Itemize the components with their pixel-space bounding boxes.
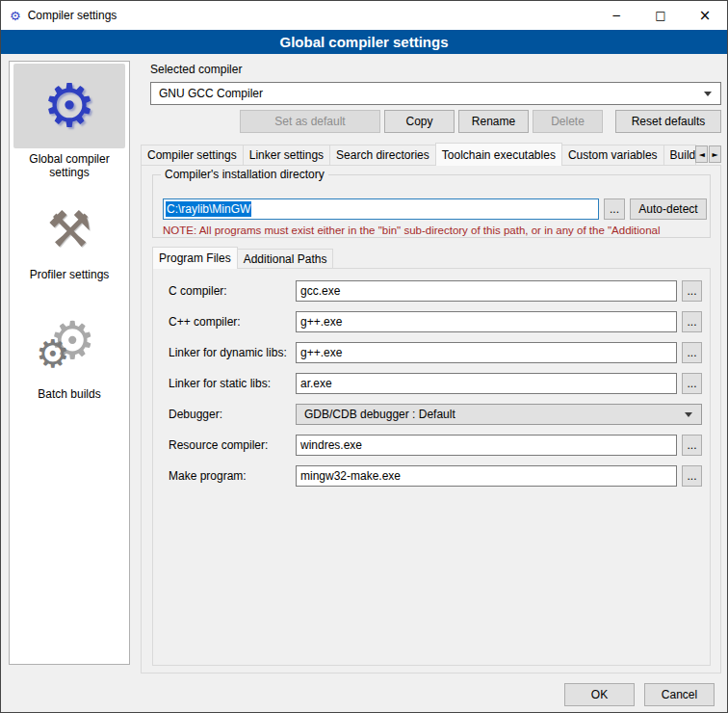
debugger-select[interactable]: GDB/CDB debugger : Default: [296, 404, 702, 425]
reset-defaults-button[interactable]: Reset defaults: [615, 110, 721, 133]
cpp-compiler-input[interactable]: [296, 311, 677, 332]
installation-directory-legend: Compiler's installation directory: [161, 168, 328, 181]
tab-linker-settings[interactable]: Linker settings: [243, 145, 330, 165]
resource-compiler-input[interactable]: [296, 435, 677, 456]
field-label: Make program:: [169, 469, 247, 483]
rename-button[interactable]: Rename: [458, 110, 529, 133]
hammer-icon-box: ⚒: [13, 195, 125, 264]
make-program-input[interactable]: [296, 465, 677, 487]
field-row-linker-dynamic: Linker for dynamic libs: ...: [153, 342, 710, 363]
set-as-default-button[interactable]: Set as default: [240, 110, 380, 133]
install-dir-value: C:\raylib\MinGW: [166, 201, 251, 217]
field-row-resource-compiler: Resource compiler: ...: [153, 435, 710, 456]
window-controls: − □ ×: [594, 1, 727, 30]
installation-directory-groupbox: Compiler's installation directory C:\ray…: [152, 174, 711, 238]
tab-build-options[interactable]: Build: [663, 145, 697, 165]
settings-category-sidebar: ⚙ Global compiler settings ⚒ Profiler se…: [9, 61, 130, 665]
bin-subdirectory-note: NOTE: All programs must exist either in …: [163, 224, 719, 236]
selected-compiler-label: Selected compiler: [150, 63, 242, 76]
field-row-c-compiler: C compiler: ...: [153, 280, 710, 302]
hammer-icon: ⚒: [47, 204, 92, 254]
settings-tab-bar: Compiler settings Linker settings Search…: [141, 143, 721, 166]
compiler-settings-window: ⚙ Compiler settings − □ × Global compile…: [0, 0, 728, 713]
sidebar-item-batch-builds[interactable]: ⚙ ⚙ Batch builds: [12, 314, 127, 401]
ok-button[interactable]: OK: [564, 683, 635, 706]
dialog-header-title: Global compiler settings: [1, 30, 727, 54]
field-row-linker-static: Linker for static libs: ...: [153, 373, 710, 394]
gear-blue-icon-box: ⚙: [13, 64, 125, 148]
tab-toolchain-executables[interactable]: Toolchain executables: [435, 143, 562, 166]
maximize-button[interactable]: □: [638, 1, 683, 30]
selected-compiler-dropdown[interactable]: GNU GCC Compiler: [150, 82, 721, 105]
field-row-debugger: Debugger: GDB/CDB debugger : Default: [153, 404, 710, 425]
delete-button[interactable]: Delete: [533, 110, 603, 133]
chevron-down-icon: [704, 92, 712, 96]
close-button[interactable]: ×: [683, 1, 727, 30]
gears-gray-icon-box: ⚙ ⚙: [13, 314, 125, 383]
tab-search-directories[interactable]: Search directories: [329, 145, 436, 165]
tab-compiler-settings[interactable]: Compiler settings: [141, 145, 244, 165]
gear-icon: ⚙: [42, 76, 96, 136]
tab-scroll-right-button[interactable]: ►: [709, 145, 721, 163]
browse-c-compiler-button[interactable]: ...: [682, 280, 702, 302]
install-dir-input[interactable]: C:\raylib\MinGW: [163, 198, 599, 220]
field-label: C compiler:: [169, 284, 227, 298]
sidebar-item-label: Batch builds: [25, 387, 114, 401]
cancel-button[interactable]: Cancel: [644, 683, 715, 706]
field-label: Linker for static libs:: [169, 377, 271, 390]
program-files-panel: C compiler: ... C++ compiler: ... Linker…: [152, 268, 711, 666]
linker-static-input[interactable]: [296, 373, 677, 394]
field-label: C++ compiler:: [169, 315, 241, 329]
browse-make-program-button[interactable]: ...: [682, 465, 702, 487]
browse-resource-compiler-button[interactable]: ...: [682, 435, 702, 456]
subtab-program-files[interactable]: Program Files: [152, 247, 238, 269]
field-label: Resource compiler:: [169, 438, 268, 452]
tab-scroll-left-button[interactable]: ◄: [695, 145, 708, 163]
field-row-cpp-compiler: C++ compiler: ...: [153, 311, 710, 332]
c-compiler-input[interactable]: [296, 280, 677, 302]
app-gear-icon: ⚙: [10, 10, 21, 22]
minimize-button[interactable]: −: [594, 1, 638, 30]
browse-install-dir-button[interactable]: ...: [604, 198, 625, 220]
window-title: Compiler settings: [28, 9, 117, 22]
browse-cpp-compiler-button[interactable]: ...: [682, 311, 702, 332]
browse-linker-dynamic-button[interactable]: ...: [682, 342, 702, 363]
compiler-actions-row: Set as default Copy Rename Delete Reset …: [150, 110, 721, 133]
sidebar-item-label: Global compiler settings: [25, 152, 114, 179]
copy-button[interactable]: Copy: [384, 110, 455, 133]
subtab-additional-paths[interactable]: Additional Paths: [237, 249, 334, 268]
field-row-make-program: Make program: ...: [153, 465, 710, 487]
auto-detect-button[interactable]: Auto-detect: [630, 198, 707, 220]
sidebar-item-global-compiler-settings[interactable]: ⚙ Global compiler settings: [12, 64, 127, 179]
program-files-tab-bar: Program Files Additional Paths: [152, 247, 332, 269]
debugger-value: GDB/CDB debugger : Default: [304, 408, 455, 421]
chevron-down-icon: [685, 412, 692, 417]
selected-compiler-value: GNU GCC Compiler: [159, 87, 263, 100]
linker-dynamic-input[interactable]: [296, 342, 677, 363]
tab-custom-variables[interactable]: Custom variables: [561, 145, 664, 165]
field-label: Debugger:: [169, 408, 222, 421]
sidebar-item-profiler-settings[interactable]: ⚒ Profiler settings: [12, 195, 127, 281]
field-label: Linker for dynamic libs:: [169, 346, 287, 359]
sidebar-item-label: Profiler settings: [25, 268, 114, 281]
toolchain-executables-panel: Compiler's installation directory C:\ray…: [141, 165, 721, 673]
gear-front-icon: ⚙: [36, 334, 70, 373]
browse-linker-static-button[interactable]: ...: [682, 373, 702, 394]
titlebar: ⚙ Compiler settings − □ ×: [1, 1, 727, 30]
gears-icon: ⚙ ⚙: [34, 317, 105, 381]
